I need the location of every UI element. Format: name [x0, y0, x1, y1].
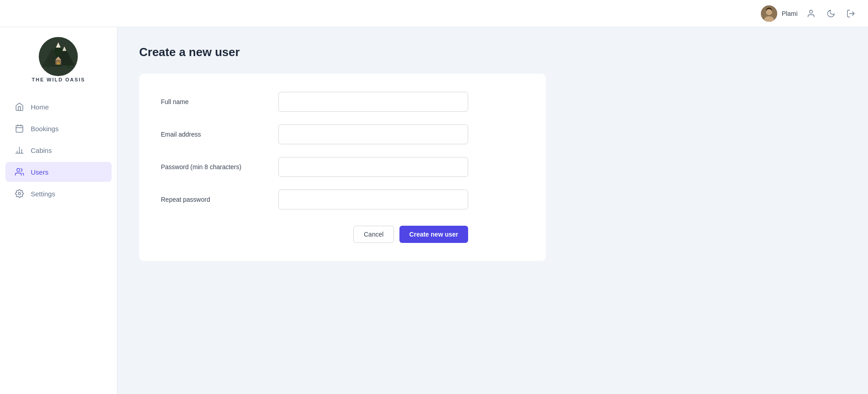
sidebar-item-home[interactable]: Home	[5, 97, 112, 117]
app-title: THE WILD OASIS	[32, 77, 85, 82]
moon-icon	[826, 9, 835, 18]
home-icon	[14, 102, 24, 111]
logo-image	[38, 36, 79, 77]
sidebar-item-cabins-label: Cabins	[31, 147, 52, 154]
avatar	[761, 5, 777, 22]
email-row: Email address	[161, 124, 524, 144]
cabins-icon	[14, 146, 24, 155]
sidebar: THE WILD OASIS Home	[0, 27, 117, 394]
sidebar-item-home-label: Home	[31, 103, 49, 111]
logo-section: THE WILD OASIS	[23, 36, 94, 82]
svg-rect-19	[16, 125, 23, 132]
sidebar-item-cabins[interactable]: Cabins	[5, 140, 112, 160]
sidebar-item-settings-label: Settings	[31, 190, 55, 198]
sidebar-item-bookings[interactable]: Bookings	[5, 119, 112, 138]
avatar-image	[761, 5, 777, 22]
bookings-icon	[14, 124, 24, 133]
header-username: Plami	[782, 10, 798, 17]
settings-icon	[14, 189, 24, 198]
svg-point-4	[810, 10, 813, 13]
password-label: Password (min 8 characters)	[161, 163, 278, 171]
profile-icon	[807, 9, 816, 18]
header-icons	[805, 7, 857, 20]
logout-icon-button[interactable]	[845, 7, 857, 20]
email-label: Email address	[161, 131, 278, 138]
sidebar-item-settings[interactable]: Settings	[5, 184, 112, 204]
svg-point-27	[17, 169, 20, 172]
repeat-password-input[interactable]	[278, 190, 468, 209]
email-input[interactable]	[278, 124, 468, 144]
sidebar-item-bookings-label: Bookings	[31, 125, 59, 133]
full-name-label: Full name	[161, 98, 278, 105]
logout-icon	[846, 9, 855, 18]
main-content: Create a new user Full name Email addres…	[117, 27, 868, 394]
create-user-form-card: Full name Email address Password (min 8 …	[139, 74, 546, 261]
password-input[interactable]	[278, 157, 468, 177]
page-title: Create a new user	[139, 45, 846, 59]
password-row: Password (min 8 characters)	[161, 157, 524, 177]
profile-icon-button[interactable]	[805, 7, 817, 20]
svg-rect-18	[57, 62, 60, 65]
create-new-user-button[interactable]: Create new user	[399, 226, 468, 243]
full-name-input[interactable]	[278, 92, 468, 112]
users-icon	[14, 167, 24, 176]
full-name-row: Full name	[161, 92, 524, 112]
darkmode-icon-button[interactable]	[825, 7, 837, 20]
sidebar-nav: Home Bookings	[0, 97, 117, 205]
layout: THE WILD OASIS Home	[0, 0, 868, 394]
cancel-button[interactable]: Cancel	[353, 226, 394, 243]
header-user-section: Plami	[761, 5, 798, 22]
sidebar-item-users[interactable]: Users	[5, 162, 112, 182]
sidebar-item-users-label: Users	[31, 168, 48, 176]
repeat-password-label: Repeat password	[161, 196, 278, 203]
header: Plami	[0, 0, 868, 27]
repeat-password-row: Repeat password	[161, 190, 524, 209]
svg-point-28	[19, 193, 21, 195]
form-actions: Cancel Create new user	[161, 222, 468, 243]
